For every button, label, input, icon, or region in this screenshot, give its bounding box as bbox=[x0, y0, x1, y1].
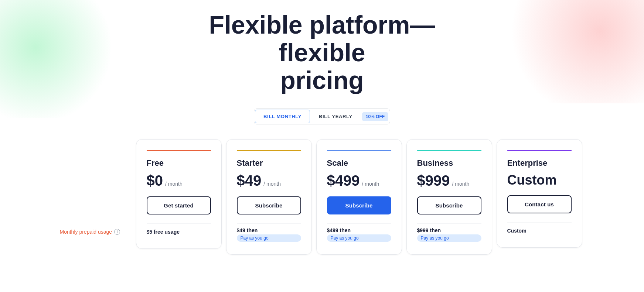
business-feature-row: $999 then Pay as you go bbox=[417, 223, 481, 245]
scale-feature-row: $499 then Pay as you go bbox=[327, 223, 391, 245]
plan-card-scale: Scale $499 / month Subscribe $499 then P… bbox=[316, 139, 402, 255]
free-feature-row: $5 free usage bbox=[147, 223, 211, 240]
starter-accent-line bbox=[237, 150, 301, 151]
business-price-amount: $999 bbox=[417, 172, 450, 189]
enterprise-accent-line bbox=[507, 150, 572, 151]
enterprise-plan-name: Enterprise bbox=[507, 158, 572, 168]
scale-accent-line bbox=[327, 150, 391, 151]
business-feature-main: $999 then bbox=[417, 227, 481, 233]
plan-card-free: Free $0 / month Get started $5 free usag… bbox=[136, 139, 222, 249]
scale-cta-button[interactable]: Subscribe bbox=[327, 196, 391, 214]
scale-price-period: / month bbox=[362, 181, 379, 187]
enterprise-price-amount: Custom bbox=[507, 172, 557, 188]
page-wrapper: Flexible platform—flexible pricing BILL … bbox=[0, 0, 644, 292]
free-feature-main: $5 free usage bbox=[147, 229, 211, 235]
starter-feature-row: $49 then Pay as you go bbox=[237, 223, 301, 245]
monthly-prepaid-label: Monthly prepaid usage i bbox=[60, 220, 126, 243]
scale-price-amount: $499 bbox=[327, 172, 360, 189]
scale-payg-badge: Pay as you go bbox=[327, 234, 391, 242]
bill-yearly-button[interactable]: BILL YEARLY bbox=[311, 110, 361, 123]
business-price-row: $999 / month bbox=[417, 172, 481, 189]
starter-plan-name: Starter bbox=[237, 158, 301, 168]
page-title: Flexible platform—flexible pricing bbox=[193, 11, 452, 94]
free-price-period: / month bbox=[165, 181, 183, 187]
plan-card-starter: Starter $49 / month Subscribe $49 then P… bbox=[226, 139, 312, 255]
monthly-prepaid-text: Monthly prepaid usage bbox=[60, 229, 112, 235]
enterprise-feature-main: Custom bbox=[507, 228, 572, 234]
starter-payg-badge: Pay as you go bbox=[237, 234, 301, 242]
enterprise-price-row: Custom bbox=[507, 172, 572, 188]
starter-feature-main: $49 then bbox=[237, 227, 301, 233]
label-column: Monthly prepaid usage i bbox=[60, 139, 134, 243]
starter-price-row: $49 / month bbox=[237, 172, 301, 189]
page-title-line2: pricing bbox=[280, 66, 364, 94]
free-cta-button[interactable]: Get started bbox=[147, 196, 211, 214]
free-accent-line bbox=[147, 150, 211, 151]
info-icon[interactable]: i bbox=[114, 229, 120, 235]
plan-card-business: Business $999 / month Subscribe $999 the… bbox=[406, 139, 492, 255]
scale-feature-main: $499 then bbox=[327, 227, 391, 233]
discount-badge: 10% OFF bbox=[362, 112, 388, 121]
starter-price-period: / month bbox=[263, 181, 281, 187]
scale-price-row: $499 / month bbox=[327, 172, 391, 189]
business-accent-line bbox=[417, 150, 481, 151]
main-content: Flexible platform—flexible pricing BILL … bbox=[0, 0, 644, 255]
starter-cta-button[interactable]: Subscribe bbox=[237, 196, 301, 214]
page-title-line1: Flexible platform—flexible bbox=[209, 11, 435, 66]
business-payg-badge: Pay as you go bbox=[417, 234, 481, 242]
starter-price-amount: $49 bbox=[237, 172, 262, 189]
pricing-cards-container: Monthly prepaid usage i Free $0 / month … bbox=[45, 139, 599, 255]
business-cta-button[interactable]: Subscribe bbox=[417, 196, 481, 214]
business-price-period: / month bbox=[452, 181, 469, 187]
business-plan-name: Business bbox=[417, 158, 481, 168]
enterprise-feature-row: Custom bbox=[507, 222, 572, 238]
billing-toggle: BILL MONTHLY BILL YEARLY 10% OFF bbox=[254, 109, 390, 124]
enterprise-cta-button[interactable]: Contact us bbox=[507, 195, 572, 213]
bill-monthly-button[interactable]: BILL MONTHLY bbox=[255, 110, 310, 123]
plan-card-enterprise: Enterprise Custom Contact us Custom bbox=[497, 139, 582, 248]
free-price-row: $0 / month bbox=[147, 172, 211, 189]
scale-plan-name: Scale bbox=[327, 158, 391, 168]
free-plan-name: Free bbox=[147, 158, 211, 168]
free-price-amount: $0 bbox=[147, 172, 163, 189]
